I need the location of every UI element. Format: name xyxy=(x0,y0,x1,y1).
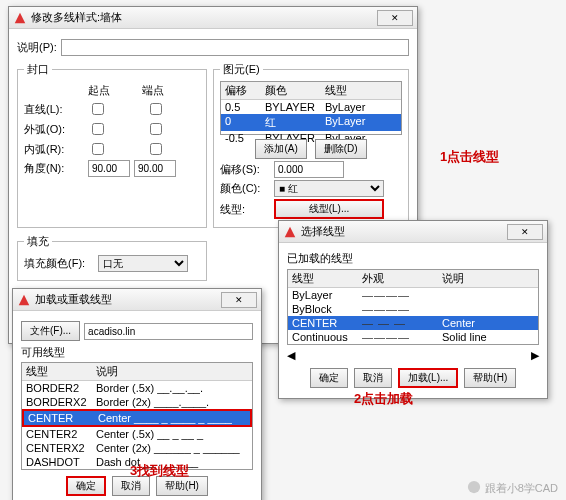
wechat-icon xyxy=(467,480,481,496)
linetype-row[interactable]: ByLayer———— xyxy=(288,288,538,302)
inner-end-check[interactable] xyxy=(150,143,162,155)
close-button[interactable]: ✕ xyxy=(507,224,543,240)
desc-label: 说明(P): xyxy=(17,40,57,55)
linetype-row[interactable]: ByBlock———— xyxy=(288,302,538,316)
row-angle: 角度(N): xyxy=(24,161,84,176)
available-row[interactable]: BORDER2Border (.5x) __.__.__. xyxy=(22,381,252,395)
dialog-title: 修改多线样式:墙体 xyxy=(31,10,122,25)
col-appearance: 外观 xyxy=(358,270,438,287)
scroll-right-icon[interactable]: ▶ xyxy=(531,349,539,362)
ok-button[interactable]: 确定 xyxy=(310,368,348,388)
fill-color-select[interactable]: 口无 xyxy=(98,255,188,272)
col-start: 起点 xyxy=(88,83,138,98)
ok-button[interactable]: 确定 xyxy=(66,476,106,496)
inner-start-check[interactable] xyxy=(92,143,104,155)
offset-input[interactable] xyxy=(274,161,344,178)
available-row[interactable]: CENTERCenter ____ _ ____ _ ____ xyxy=(22,409,252,427)
callout-2: 2点击加载 xyxy=(354,390,413,408)
app-icon xyxy=(283,225,297,239)
col-ltype: 线型 xyxy=(22,363,92,380)
row-inner: 内弧(R): xyxy=(24,142,84,157)
row-outer: 外弧(O): xyxy=(24,122,84,137)
outer-start-check[interactable] xyxy=(92,123,104,135)
col-end: 端点 xyxy=(142,83,164,98)
load-button[interactable]: 加载(L)... xyxy=(398,368,459,388)
available-row[interactable]: CENTERX2Center (2x) ______ _ ______ xyxy=(22,441,252,455)
outer-end-check[interactable] xyxy=(150,123,162,135)
fill-color-label: 填充颜色(F): xyxy=(24,256,94,271)
elements-fieldset: 图元(E) 偏移 颜色 线型 0.5 BYLAYER ByLayer 0 红 xyxy=(213,62,409,228)
app-icon xyxy=(17,293,31,307)
available-table[interactable]: 线型 说明 BORDER2Border (.5x) __.__.__. BORD… xyxy=(21,362,253,470)
titlebar: 修改多线样式:墙体 ✕ xyxy=(9,7,417,29)
offset-label: 偏移(S): xyxy=(220,162,270,177)
scroll-left-icon[interactable]: ◀ xyxy=(287,349,295,362)
linetype-row[interactable]: CENTER— — —Center xyxy=(288,316,538,330)
titlebar: 加载或重载线型 ✕ xyxy=(13,289,261,311)
callout-3: 3找到线型 xyxy=(130,462,189,480)
caps-legend: 封口 xyxy=(24,62,52,77)
color-select[interactable]: ■ 红 xyxy=(274,180,384,197)
col-color: 颜色 xyxy=(261,82,321,99)
linetype-row[interactable]: Continuous————Solid line xyxy=(288,330,538,344)
close-button[interactable]: ✕ xyxy=(377,10,413,26)
color-label: 颜色(C): xyxy=(220,181,270,196)
file-input[interactable] xyxy=(84,323,253,340)
available-label: 可用线型 xyxy=(21,345,253,360)
add-button[interactable]: 添加(A) xyxy=(255,139,306,159)
watermark: 跟着小8学CAD xyxy=(467,480,558,496)
titlebar: 选择线型 ✕ xyxy=(279,221,547,243)
elements-table[interactable]: 偏移 颜色 线型 0.5 BYLAYER ByLayer 0 红 ByLayer xyxy=(220,81,402,135)
col-ltype: 线型 xyxy=(288,270,358,287)
cancel-button[interactable]: 取消 xyxy=(354,368,392,388)
elements-legend: 图元(E) xyxy=(220,62,263,77)
svg-point-0 xyxy=(468,481,480,493)
callout-1: 1点击线型 xyxy=(440,148,499,166)
angle-end-input[interactable] xyxy=(134,160,176,177)
fill-fieldset: 填充 填充颜色(F): 口无 xyxy=(17,234,207,281)
fill-legend: 填充 xyxy=(24,234,52,249)
ltype-label: 线型: xyxy=(220,202,270,217)
linetype-table[interactable]: 线型 外观 说明 ByLayer———— ByBlock———— CENTER—… xyxy=(287,269,539,345)
element-row[interactable]: 0.5 BYLAYER ByLayer xyxy=(221,100,401,114)
line-start-check[interactable] xyxy=(92,103,104,115)
help-button[interactable]: 帮助(H) xyxy=(464,368,516,388)
select-linetype-dialog: 选择线型 ✕ 已加载的线型 线型 外观 说明 ByLayer———— ByBlo… xyxy=(278,220,548,399)
col-offset: 偏移 xyxy=(221,82,261,99)
col-desc: 说明 xyxy=(92,363,122,380)
element-row[interactable]: 0 红 ByLayer xyxy=(221,114,401,131)
angle-start-input[interactable] xyxy=(88,160,130,177)
row-line: 直线(L): xyxy=(24,102,84,117)
desc-input[interactable] xyxy=(61,39,409,56)
app-icon xyxy=(13,11,27,25)
col-ltype: 线型 xyxy=(321,82,351,99)
close-button[interactable]: ✕ xyxy=(221,292,257,308)
linetype-button[interactable]: 线型(L)... xyxy=(274,199,384,219)
col-desc: 说明 xyxy=(438,270,468,287)
delete-button[interactable]: 删除(D) xyxy=(315,139,367,159)
dialog-title: 加载或重载线型 xyxy=(35,292,112,307)
available-row[interactable]: BORDERX2Border (2x) ____.____. xyxy=(22,395,252,409)
loaded-label: 已加载的线型 xyxy=(287,251,539,266)
available-row[interactable]: CENTER2Center (.5x) __ _ __ _ xyxy=(22,427,252,441)
dialog-title: 选择线型 xyxy=(301,224,345,239)
file-button[interactable]: 文件(F)... xyxy=(21,321,80,341)
caps-fieldset: 封口 起点 端点 直线(L): 外弧(O): 内弧(R): 角度(N): xyxy=(17,62,207,228)
line-end-check[interactable] xyxy=(150,103,162,115)
